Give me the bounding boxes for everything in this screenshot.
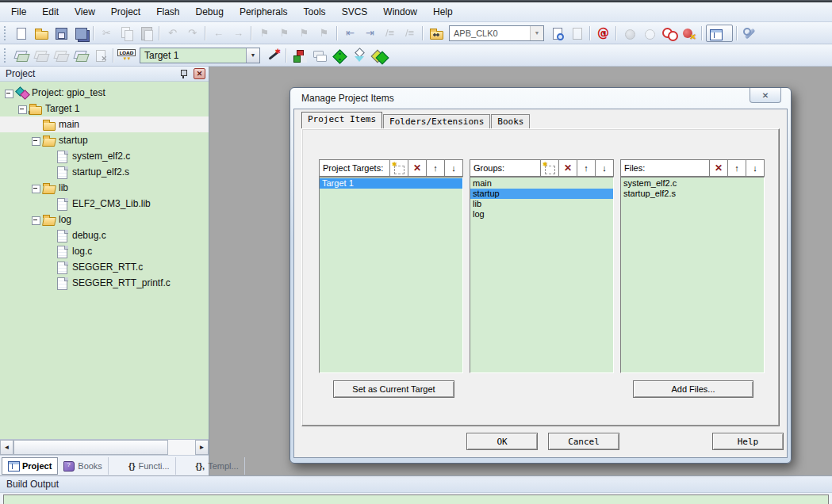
find-in-files-button[interactable] — [427, 25, 445, 42]
tree-item[interactable]: SEGGER_RTT_printf.c — [0, 275, 209, 291]
nav-back-button[interactable]: ← — [209, 25, 228, 42]
file-list-item[interactable]: startup_elf2.s — [621, 189, 764, 199]
tree-item[interactable]: ELF2_CM3_Lib.lib — [0, 196, 209, 212]
bookmark-toggle-button[interactable]: ⚑ — [255, 25, 274, 42]
copy-button[interactable] — [117, 25, 136, 42]
menu-item[interactable]: Tools — [296, 2, 334, 21]
options-for-target-button[interactable] — [264, 47, 282, 64]
bookmark-next-button[interactable]: ⚑ — [295, 25, 313, 42]
file-extensions-button[interactable] — [310, 47, 328, 64]
tree-item[interactable]: debug.c — [0, 227, 209, 243]
comment-button[interactable]: /≡ — [381, 25, 399, 42]
menu-item[interactable]: Peripherals — [232, 2, 296, 21]
target-select-dropdown[interactable]: ▼ — [246, 48, 259, 63]
manage-components-button[interactable] — [290, 47, 309, 64]
download-button[interactable] — [117, 47, 136, 64]
find-in-target-button[interactable] — [548, 25, 566, 42]
tree-item[interactable]: startup_elf2.s — [0, 164, 209, 180]
scroll-left-icon[interactable]: ◄ — [0, 440, 13, 455]
dialog-tab[interactable]: Books — [491, 114, 530, 128]
window-layout-button[interactable]: ▾ — [706, 25, 733, 42]
breakpoint-enable-button[interactable] — [640, 25, 658, 42]
dialog-title-bar[interactable]: Manage Project Items — [293, 88, 788, 109]
breakpoint-kill-all-button[interactable] — [680, 25, 698, 42]
targets-list[interactable]: Target 1 — [319, 177, 463, 373]
target-select-combobox[interactable]: Target 1 ▼ — [140, 48, 260, 63]
group-list-item[interactable]: log — [470, 209, 613, 220]
dialog-tab[interactable]: Folders/Extensions — [383, 114, 490, 128]
bookmark-clear-button[interactable]: ⚑ — [315, 25, 333, 42]
save-all-button[interactable] — [71, 25, 90, 42]
ok-button[interactable]: OK — [466, 433, 538, 450]
delete-group-button[interactable]: ✕ — [558, 160, 577, 176]
cut-button[interactable]: ✂ — [98, 25, 116, 42]
menu-item[interactable]: Help — [425, 2, 461, 21]
delete-target-button[interactable]: ✕ — [408, 160, 426, 176]
rebuild-button[interactable] — [52, 47, 70, 64]
panel-tab[interactable]: {}, Templ... — [176, 457, 245, 475]
group-list-item[interactable]: startup — [470, 189, 613, 199]
dialog-tab[interactable]: Project Items — [301, 112, 382, 128]
help-button[interactable]: Help — [712, 433, 784, 450]
pin-icon[interactable] — [179, 69, 187, 78]
menu-item[interactable]: Project — [103, 2, 148, 21]
search-combobox[interactable]: APB_CLK0 ▼ — [449, 25, 544, 41]
new-target-button[interactable] — [389, 160, 408, 176]
menu-item[interactable]: Flash — [148, 2, 187, 21]
menu-item[interactable]: Edit — [34, 2, 67, 21]
breakpoint-disable-all-button[interactable] — [660, 25, 678, 42]
pack-installer-button[interactable] — [330, 47, 348, 64]
tree-item[interactable]: log — [0, 212, 209, 227]
bookmark-prev-button[interactable]: ⚑ — [275, 25, 293, 42]
panel-tab[interactable]: Project — [2, 457, 58, 475]
nav-forward-button[interactable]: → — [229, 25, 247, 42]
tree-item[interactable]: system_elf2.c — [0, 148, 209, 164]
menu-item[interactable]: View — [67, 2, 103, 21]
files-list[interactable]: system_elf2.c startup_elf2.s — [620, 177, 765, 373]
cancel-button[interactable]: Cancel — [548, 433, 619, 450]
menu-item[interactable]: Window — [375, 2, 425, 21]
tree-item[interactable]: SEGGER_RTT.c — [0, 259, 209, 275]
scroll-right-icon[interactable]: ► — [195, 440, 209, 455]
dialog-close-button[interactable]: ✕ — [750, 88, 781, 103]
tree-item[interactable]: Target 1 — [0, 101, 209, 116]
save-button[interactable] — [52, 25, 70, 42]
move-group-up-button[interactable]: ↑ — [577, 160, 595, 176]
build-button[interactable] — [32, 47, 50, 64]
incremental-find-button[interactable] — [568, 25, 586, 42]
file-list-item[interactable]: system_elf2.c — [621, 178, 764, 189]
select-packs-button[interactable] — [370, 47, 388, 64]
tree-expander-icon[interactable] — [32, 137, 42, 144]
add-files-button[interactable]: Add Files... — [633, 380, 753, 398]
new-file-button[interactable] — [12, 25, 30, 42]
translate-button[interactable] — [12, 47, 30, 64]
tree-expander-icon[interactable] — [32, 216, 42, 223]
scrollbar-thumb[interactable] — [13, 440, 168, 455]
manage-rte-button[interactable] — [350, 47, 368, 64]
start-debug-session-button[interactable]: ▾ — [594, 25, 612, 42]
undo-button[interactable]: ↶ — [163, 25, 182, 42]
move-file-up-button[interactable]: ↑ — [727, 160, 746, 176]
move-group-down-button[interactable]: ↓ — [595, 160, 613, 176]
stop-build-button[interactable] — [91, 47, 109, 64]
menu-item[interactable]: File — [3, 2, 34, 21]
breakpoint-insert-button[interactable] — [620, 25, 638, 42]
group-list-item[interactable]: lib — [470, 199, 613, 209]
panel-tab[interactable]: Books — [58, 457, 109, 475]
tree-item[interactable]: log.c — [0, 243, 209, 259]
move-target-down-button[interactable]: ↓ — [444, 160, 462, 176]
indent-button[interactable]: ⇥ — [361, 25, 379, 42]
unindent-button[interactable]: ⇤ — [341, 25, 359, 42]
build-output-header[interactable]: Build Output — [0, 475, 832, 493]
new-group-button[interactable] — [540, 160, 558, 176]
open-button[interactable] — [32, 25, 50, 42]
redo-button[interactable]: ↷ — [183, 25, 201, 42]
tree-item[interactable]: lib — [0, 180, 209, 196]
project-panel-close-button[interactable]: ✕ — [194, 68, 205, 79]
menu-item[interactable]: SVCS — [334, 2, 376, 21]
build-output-content[interactable] — [3, 494, 829, 504]
tree-item[interactable]: main — [0, 116, 209, 132]
batch-build-button[interactable]: ▾ — [71, 47, 90, 64]
move-file-down-button[interactable]: ↓ — [746, 160, 764, 176]
tree-item[interactable]: startup — [0, 132, 209, 148]
